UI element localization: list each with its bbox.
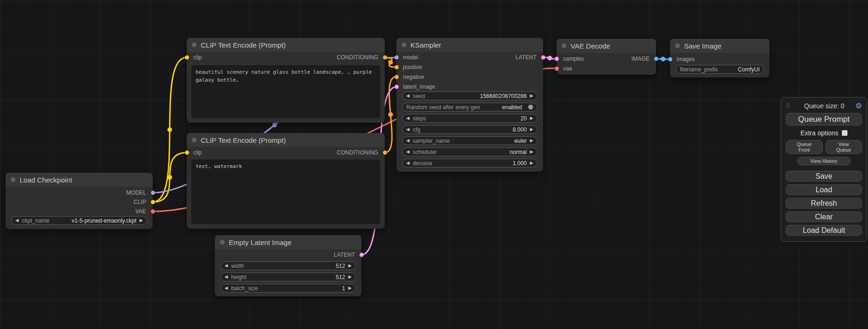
height-widget[interactable]: ◀ height 512 ▶ [220,273,356,281]
random-seed-toggle-widget[interactable]: Random seed after every gen enabled [402,103,537,112]
node-title: VAE Decode [571,42,610,50]
node-graph-canvas[interactable]: Load Checkpoint MODEL CLIP VAE ◀ ckpt_na… [0,0,868,329]
node-ksampler: KSampler model LATENT positive negative … [396,38,543,172]
decrement-arrow-icon[interactable]: ◀ [406,150,409,154]
decrement-arrow-icon[interactable]: ◀ [225,275,228,279]
increment-arrow-icon[interactable]: ▶ [530,139,533,143]
input-port-clip[interactable] [185,151,189,155]
node-title: Save Image [684,42,721,50]
node-load-checkpoint: Load Checkpoint MODEL CLIP VAE ◀ ckpt_na… [6,173,153,229]
increment-arrow-icon[interactable]: ▶ [348,286,352,290]
decrement-arrow-icon[interactable]: ◀ [406,116,409,120]
load-button[interactable]: Load [786,184,862,195]
wire-midpoint-dot [661,57,665,62]
sampler-name-widget[interactable]: ◀ sampler_name euler ▶ [402,136,537,145]
output-port-image[interactable] [654,56,658,61]
widget-label: ckpt_name [22,217,49,224]
drag-handle-icon[interactable]: ⠿ [786,102,790,109]
widget-label: seed [413,93,425,99]
input-port-vae[interactable] [555,66,559,70]
decrement-arrow-icon[interactable]: ◀ [406,161,409,165]
batch-size-widget[interactable]: ◀ batch_size 1 ▶ [220,284,356,293]
toggle-indicator-icon[interactable] [528,105,533,110]
decrement-arrow-icon[interactable]: ◀ [15,218,19,223]
widget-label: height [231,274,247,280]
node-title: CLIP Text Encode (Prompt) [201,136,286,144]
input-port-model[interactable] [395,55,399,59]
increment-arrow-icon[interactable]: ▶ [530,127,533,132]
output-port-model[interactable] [151,191,155,195]
widget-label: Random seed after every gen [406,104,480,111]
node-title-bar[interactable]: KSampler [396,38,543,52]
scheduler-widget[interactable]: ◀ scheduler normal ▶ [402,147,537,156]
widget-value: normal [509,149,527,155]
output-port-conditioning[interactable] [383,151,387,155]
output-port-conditioning[interactable] [383,56,387,60]
wire-midpoint-dot [272,123,277,127]
input-port-negative[interactable] [395,75,399,79]
clear-button[interactable]: Clear [786,211,862,222]
output-port-latent[interactable] [541,55,545,59]
steps-widget[interactable]: ◀ steps 20 ▶ [402,114,537,123]
node-title-bar[interactable]: Save Image [670,39,769,53]
wire-midpoint-dot [388,60,393,65]
node-save-image: Save Image images filename_prefix ComfyU… [670,39,769,77]
input-port-samples[interactable] [555,56,559,61]
save-button[interactable]: Save [786,171,862,182]
port-row-samples: samples IMAGE [557,54,656,63]
node-status-dot-icon [675,43,680,48]
node-title-bar[interactable]: Empty Latent Image [215,235,361,249]
view-queue-button[interactable]: View Queue [826,140,862,154]
queue-prompt-button[interactable]: Queue Prompt [786,113,862,126]
output-port-latent[interactable] [360,253,364,257]
node-clip-text-encode-positive: CLIP Text Encode (Prompt) clip CONDITION… [187,38,385,123]
node-title-bar[interactable]: Load Checkpoint [6,173,153,187]
input-port-images[interactable] [668,57,672,61]
widget-value: 512 [336,263,345,269]
widget-label: batch_size [231,285,258,292]
input-port-latent-image[interactable] [395,84,399,89]
input-port-positive[interactable] [395,65,399,69]
port-row-positive: positive [396,62,543,72]
settings-gear-icon[interactable]: ⚙ [855,101,862,110]
queue-front-button[interactable]: Queue Front [786,140,823,154]
node-vae-decode: VAE Decode samples IMAGE vae [557,39,656,75]
filename-prefix-widget[interactable]: filename_prefix ComfyUI [676,65,764,74]
prompt-textarea[interactable]: beautiful scenery nature glass bottle la… [191,65,380,118]
increment-arrow-icon[interactable]: ▶ [530,161,533,165]
widget-label: steps [413,115,426,122]
queue-panel: ⠿ Queue size: 0 ⚙ Queue Prompt Extra opt… [781,97,867,242]
port-row-images: images [670,54,769,64]
cfg-widget[interactable]: ◀ cfg 8.000 ▶ [402,125,537,134]
decrement-arrow-icon[interactable]: ◀ [225,264,228,268]
view-history-button[interactable]: View History [797,157,850,165]
widget-value: v1-5-pruned-emaonly.ckpt [72,217,137,224]
ckpt-name-widget[interactable]: ◀ ckpt_name v1-5-pruned-emaonly.ckpt ▶ [11,216,147,225]
increment-arrow-icon[interactable]: ▶ [348,275,352,279]
output-port-clip[interactable] [151,200,155,204]
decrement-arrow-icon[interactable]: ◀ [406,127,409,132]
increment-arrow-icon[interactable]: ▶ [530,116,533,120]
load-default-button[interactable]: Load Default [786,225,862,236]
decrement-arrow-icon[interactable]: ◀ [225,286,228,290]
input-label: clip [187,54,202,61]
seed-widget[interactable]: ◀ seed 156680208700286 ▶ [402,91,537,100]
increment-arrow-icon[interactable]: ▶ [530,150,533,154]
input-port-clip[interactable] [185,56,189,60]
output-port-vae[interactable] [151,210,155,214]
decrement-arrow-icon[interactable]: ◀ [406,139,409,143]
increment-arrow-icon[interactable]: ▶ [530,94,533,98]
prompt-textarea[interactable]: text, watermark [191,160,380,224]
node-title-bar[interactable]: CLIP Text Encode (Prompt) [187,38,385,52]
increment-arrow-icon[interactable]: ▶ [140,218,143,223]
denoise-widget[interactable]: ◀ denoise 1.000 ▶ [402,159,537,168]
refresh-button[interactable]: Refresh [786,198,862,209]
node-title-bar[interactable]: CLIP Text Encode (Prompt) [187,133,385,147]
extra-options-checkbox[interactable] [842,130,847,136]
node-title-bar[interactable]: VAE Decode [557,39,656,53]
width-widget[interactable]: ◀ width 512 ▶ [220,261,356,270]
decrement-arrow-icon[interactable]: ◀ [406,94,409,98]
widget-value: 8.000 [513,126,527,133]
input-label: negative [396,74,424,80]
increment-arrow-icon[interactable]: ▶ [348,264,352,268]
